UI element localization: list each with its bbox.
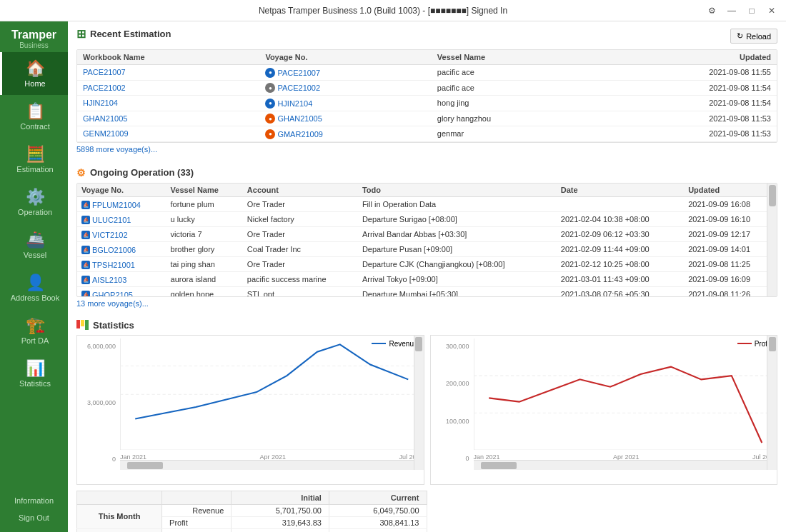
chart-v-scrollbar[interactable] <box>414 336 424 470</box>
reload-icon: ↻ <box>737 31 743 41</box>
sidebar-item-port-da[interactable]: 🏗️ Port DA <box>0 309 68 352</box>
profit-chart-h-scrollbar[interactable] <box>474 460 767 470</box>
updated-time: 2021-09-08 11:55 <box>594 65 777 81</box>
table-row[interactable]: ⛵ TPSH21001 tai ping shan Ore Trader Dep… <box>77 256 777 271</box>
date: 2021-02-12 10:25 +08:00 <box>557 256 684 271</box>
table-row[interactable]: ⛵ VICT2102 victoria 7 Ore Trader Arrival… <box>77 226 777 241</box>
updated: 2021-09-08 11:26 <box>684 286 777 297</box>
reload-label: Reload <box>746 32 771 41</box>
updated: 2021-09-09 16:09 <box>684 271 777 286</box>
table-row[interactable]: HJIN2104 ● HJIN2104 hong jing 2021-09-08… <box>77 96 777 111</box>
ongoing-table-wrapper: Voyage No. Vessel Name Account Todo Date… <box>76 183 777 297</box>
account: Nickel factory <box>243 211 358 226</box>
col-voyage: Voyage No. <box>77 184 166 197</box>
sidebar-item-contract[interactable]: 📋 Contract <box>0 95 68 138</box>
col-updated: Updated <box>684 184 777 197</box>
profit-chart: Profit Jan 2021 Apr 2021 Jul 2021 <box>430 335 778 485</box>
sidebar-item-vessel[interactable]: 🚢 Vessel <box>0 224 68 266</box>
table-row[interactable]: ⛵ ULUC2101 u lucky Nickel factory Depart… <box>77 211 777 226</box>
date: 2021-03-08 07:56 +05:30 <box>557 286 684 297</box>
profit-y4: 0 <box>465 455 469 462</box>
sidebar-nav: 🏠 Home 📋 Contract 🧮 Estimation ⚙️ Operat… <box>0 52 68 483</box>
sidebar-item-address-book[interactable]: 👤 Address Book <box>0 266 68 309</box>
voyage-no: ● PACE21002 <box>259 80 431 96</box>
recent-estimation-table: Workbook Name Voyage No. Vessel Name Upd… <box>77 50 777 142</box>
updated-time: 2021-09-08 11:54 <box>594 80 777 96</box>
voyage-no: ⛵ AISL2103 <box>77 271 166 286</box>
table-row[interactable]: PACE21007 ● PACE21007 pacific ace 2021-0… <box>77 65 777 81</box>
table-row[interactable]: ⛵ FPLUM21004 fortune plum Ore Trader Fil… <box>77 196 777 211</box>
sidebar-item-estimation[interactable]: 🧮 Estimation <box>0 138 68 181</box>
col-vessel-name: Vessel Name <box>166 184 243 197</box>
statistics-summary-table: Initial Current This Month Revenue 5,701… <box>76 491 427 533</box>
statistics-icon: 📊 <box>26 359 45 378</box>
vessel-name: u lucky <box>166 211 243 226</box>
row-initial: 37,511,660.00 <box>232 528 329 532</box>
minimize-button[interactable]: — <box>723 4 740 18</box>
vessel-name: golden hope <box>166 286 243 297</box>
updated: 2021-09-08 11:25 <box>684 256 777 271</box>
revenue-legend: Revenue <box>372 340 417 348</box>
close-button[interactable]: ✕ <box>763 4 780 18</box>
stats-chart-icon <box>76 320 89 330</box>
table-row[interactable]: GENM21009 ● GMAR21009 genmar 2021-09-08 … <box>77 126 777 142</box>
updated: 2021-09-09 12:17 <box>684 226 777 241</box>
sidebar-item-label: Port DA <box>21 336 49 345</box>
vessel-name: brother glory <box>166 241 243 256</box>
col-account: Account <box>243 184 358 197</box>
reload-button[interactable]: ↻ Reload <box>730 29 777 44</box>
scrollbar-thumb <box>769 185 776 206</box>
row-initial: 319,643.83 <box>232 516 329 528</box>
col-voyage-no: Voyage No. <box>259 50 431 65</box>
profit-y1: 300,000 <box>446 343 469 350</box>
date: 2021-02-09 06:12 +03:30 <box>557 226 684 241</box>
sidebar-item-home[interactable]: 🏠 Home <box>0 52 68 95</box>
table-row[interactable]: GHAN21005 ● GHAN21005 glory hangzhou 202… <box>77 111 777 126</box>
period-this-month: This Month <box>77 504 162 528</box>
todo: Departure Pusan [+09:00] <box>358 241 557 256</box>
vertical-scrollbar[interactable] <box>767 184 777 296</box>
recent-more-link[interactable]: 5898 more voyage(s)... <box>76 143 157 156</box>
profit-chart-v-scrollbar[interactable] <box>767 336 777 470</box>
voyage-no: ⛵ VICT2102 <box>77 226 166 241</box>
updated-time: 2021-09-08 11:53 <box>594 126 777 142</box>
row-label: Revenue <box>162 504 232 516</box>
todo: Departure Surigao [+08:00] <box>358 211 557 226</box>
table-row[interactable]: ⛵ AISL2103 aurora island pacific success… <box>77 271 777 286</box>
chart-h-scrollbar[interactable] <box>120 460 414 470</box>
ongoing-operation-section: ⚙ Ongoing Operation (33) Voyage No. Vess… <box>68 161 786 316</box>
updated-time: 2021-09-08 11:53 <box>594 111 777 126</box>
todo: Fill in Operation Data <box>358 196 557 211</box>
ongoing-more-link[interactable]: 13 more voyage(s)... <box>76 297 149 310</box>
titlebar-title: Netpas Tramper Business 1.0 (Build 1003)… <box>63 6 703 16</box>
table-row[interactable]: ⛵ BGLO21006 brother glory Coal Trader In… <box>77 241 777 256</box>
summary-col-current: Current <box>329 491 427 504</box>
sidebar-item-operation[interactable]: ⚙️ Operation <box>0 181 68 224</box>
profit-h-thumb <box>481 462 517 469</box>
sidebar-item-sign-out[interactable]: Sign Out <box>0 509 68 526</box>
revenue-y1: 6,000,000 <box>87 343 116 350</box>
voyage-no: ● PACE21007 <box>259 65 431 81</box>
settings-icon[interactable]: ⚙ <box>703 4 720 18</box>
updated-time: 2021-09-08 11:54 <box>594 96 777 111</box>
period-this-year: This Year <box>77 528 162 532</box>
row-current: 38,962,410.00 <box>329 528 427 532</box>
workbook-name: HJIN2104 <box>77 96 259 111</box>
recent-estimation-table-wrapper: Workbook Name Voyage No. Vessel Name Upd… <box>76 49 777 143</box>
workbook-name: GHAN21005 <box>77 111 259 126</box>
sidebar-logo: Tramper Business <box>11 21 56 52</box>
sidebar-logo-title: Tramper <box>11 29 56 41</box>
sidebar-bottom: Information Sign Out <box>0 492 68 532</box>
col-date: Date <box>557 184 684 197</box>
workbook-name: PACE21002 <box>77 80 259 96</box>
statistics-title: Statistics <box>93 320 134 331</box>
sidebar-item-information[interactable]: Information <box>0 492 68 509</box>
restore-button[interactable]: □ <box>743 4 760 18</box>
col-workbook: Workbook Name <box>77 50 259 65</box>
table-row[interactable]: PACE21002 ● PACE21002 pacific ace 2021-0… <box>77 80 777 96</box>
voyage-no: ⛵ GHOP2105 <box>77 286 166 297</box>
sidebar-item-statistics[interactable]: 📊 Statistics <box>0 352 68 395</box>
table-row[interactable]: ⛵ GHOP2105 golden hope STL opt Departure… <box>77 286 777 297</box>
summary-row: This Year Revenue 37,511,660.00 38,962,4… <box>77 528 427 532</box>
content-area: ⊞ Recent Estimation ↻ Reload Workbook Na… <box>68 21 786 532</box>
